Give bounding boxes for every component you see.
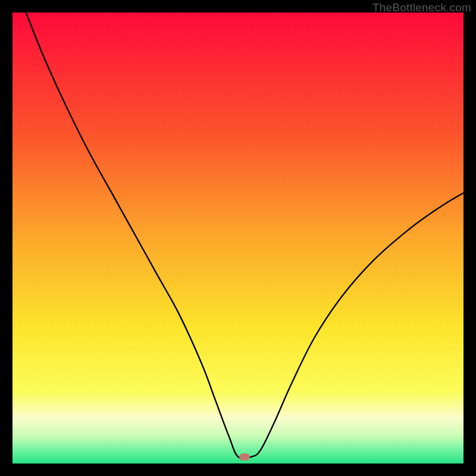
watermark-text: TheBottleneck.com [372, 1, 471, 14]
plot-area [12, 12, 464, 464]
svg-rect-0 [12, 12, 464, 464]
gradient-background [12, 12, 464, 464]
chart-frame: TheBottleneck.com [0, 0, 476, 476]
optimum-marker [239, 453, 250, 461]
